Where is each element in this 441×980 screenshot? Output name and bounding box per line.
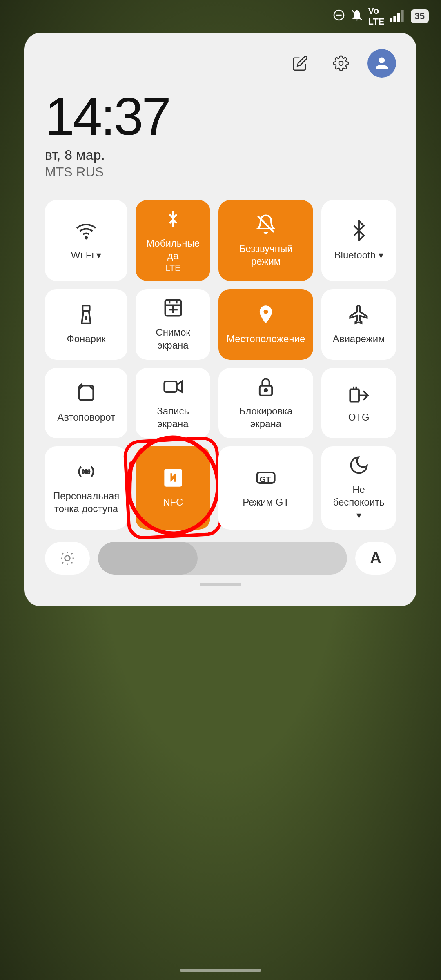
svg-line-32	[62, 562, 63, 563]
bell-status-icon	[350, 9, 363, 24]
flashlight-icon	[76, 304, 97, 328]
wifi-tile[interactable]: Wi-Fi ▾	[45, 200, 127, 281]
screenshot-label: Снимок экрана	[144, 326, 202, 351]
dnd-status-icon	[332, 9, 345, 24]
airplane-label: Авиарежим	[333, 332, 385, 345]
dnd-label: Не беспокоить ▾	[330, 483, 388, 521]
svg-rect-9	[82, 305, 89, 311]
screen-lock-icon	[255, 376, 276, 401]
time-display: 14:37	[45, 90, 396, 143]
svg-line-33	[71, 553, 72, 554]
autorotate-label: Автоповорот	[57, 411, 115, 423]
wifi-label: Wi-Fi ▾	[71, 249, 102, 261]
volte-status-icon: VoLTE	[368, 6, 385, 27]
svg-rect-15	[164, 381, 176, 392]
svg-point-6	[85, 237, 87, 238]
brightness-icon-container	[45, 542, 90, 575]
location-icon	[255, 304, 276, 328]
game-mode-tile[interactable]: GT Режим GT	[218, 446, 313, 530]
nfc-label: NFC	[163, 496, 183, 508]
signal-status-icon	[390, 9, 406, 24]
nfc-icon	[163, 467, 184, 492]
svg-rect-18	[350, 390, 359, 402]
screen-lock-tile[interactable]: Блокировка экрана	[218, 368, 313, 438]
edit-button[interactable]	[286, 49, 314, 78]
status-icons: VoLTE 35	[332, 6, 429, 27]
svg-rect-3	[397, 13, 400, 21]
panel-header	[45, 49, 396, 78]
dnd-tile[interactable]: Не беспокоить ▾	[321, 446, 396, 530]
bluetooth-tile[interactable]: Bluetooth ▾	[321, 200, 396, 281]
silent-label: Беззвучный режим	[227, 242, 305, 267]
autorotate-icon	[76, 382, 97, 407]
game-mode-label: Режим GT	[243, 496, 289, 508]
flashlight-tile[interactable]: Фонарик	[45, 289, 127, 359]
nfc-tile[interactable]: NFC	[136, 446, 210, 530]
tiles-grid: Wi-Fi ▾ Мобильные да LTE Беззву	[45, 200, 396, 530]
svg-point-5	[339, 61, 343, 65]
flashlight-label: Фонарик	[67, 332, 105, 345]
drag-handle[interactable]	[200, 583, 241, 586]
bluetooth-icon	[348, 220, 370, 245]
account-avatar[interactable]	[368, 49, 396, 78]
wifi-icon	[76, 220, 97, 245]
hotspot-tile[interactable]: Персональная точка доступа	[45, 446, 127, 530]
font-size-button[interactable]: A	[355, 542, 396, 575]
battery-percentage: 35	[415, 11, 425, 22]
bottom-controls: A	[45, 542, 396, 575]
screen-record-tile[interactable]: Запись экрана	[136, 368, 210, 438]
home-indicator	[180, 969, 261, 972]
brightness-slider-fill	[98, 542, 198, 575]
otg-label: OTG	[348, 411, 370, 423]
screenshot-icon	[163, 297, 184, 322]
location-label: Местоположение	[227, 332, 305, 345]
svg-rect-4	[401, 10, 404, 22]
mobile-data-label: Мобильные да	[144, 237, 202, 262]
autorotate-tile[interactable]: Автоповорот	[45, 368, 127, 438]
dnd-tile-icon	[348, 454, 370, 479]
svg-point-25	[65, 555, 70, 561]
status-bar: VoLTE 35	[0, 0, 441, 33]
svg-rect-1	[390, 18, 392, 22]
quick-settings-panel: 14:37 вт, 8 мар. MTS RUS Wi-Fi ▾	[24, 33, 416, 606]
date-display: вт, 8 мар.	[45, 147, 396, 163]
carrier-display: MTS RUS	[45, 165, 396, 180]
location-tile[interactable]: Местоположение	[218, 289, 313, 359]
svg-point-21	[85, 470, 88, 473]
airplane-icon	[348, 304, 370, 328]
airplane-tile[interactable]: Авиарежим	[321, 289, 396, 359]
brightness-slider[interactable]	[98, 542, 347, 575]
otg-icon	[348, 382, 370, 407]
silent-icon	[255, 214, 276, 238]
hotspot-icon	[76, 461, 97, 486]
screenshot-tile[interactable]: Снимок экрана	[136, 289, 210, 359]
game-mode-icon: GT	[255, 467, 276, 492]
battery-indicator: 35	[411, 9, 429, 23]
mobile-data-sublabel: LTE	[165, 263, 180, 273]
svg-rect-2	[393, 16, 396, 22]
svg-line-28	[62, 553, 63, 554]
otg-tile[interactable]: OTG	[321, 368, 396, 438]
svg-text:GT: GT	[260, 475, 271, 484]
screen-record-label: Запись экрана	[144, 405, 202, 430]
hotspot-label: Персональная точка доступа	[53, 490, 119, 515]
mobile-data-tile[interactable]: Мобильные да LTE	[136, 200, 210, 281]
mobile-data-icon	[163, 208, 184, 233]
screen-record-icon	[163, 376, 184, 401]
svg-line-29	[71, 562, 72, 563]
svg-point-17	[265, 389, 267, 392]
screen-lock-label: Блокировка экрана	[227, 405, 305, 430]
settings-button[interactable]	[327, 49, 355, 78]
bluetooth-label: Bluetooth ▾	[334, 249, 383, 261]
silent-tile[interactable]: Беззвучный режим	[218, 200, 313, 281]
